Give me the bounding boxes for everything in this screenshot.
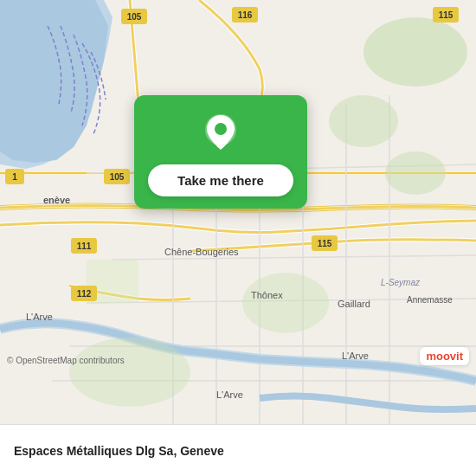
svg-point-5	[385, 151, 446, 195]
moovit-logo: moovit	[420, 347, 469, 365]
map-container: 105 105 116 115 115 111 112 1 enève Chên…	[0, 0, 476, 424]
svg-text:Chêne-Bougeries: Chêne-Bougeries	[164, 247, 239, 257]
svg-text:Annemasse: Annemasse	[407, 295, 453, 305]
svg-text:116: 116	[238, 10, 253, 20]
svg-text:105: 105	[127, 12, 142, 22]
location-pin-icon	[199, 111, 242, 154]
svg-text:1: 1	[12, 172, 17, 182]
svg-text:105: 105	[110, 172, 125, 182]
location-title: Espaces Métalliques Dlg Sa, Geneve	[14, 444, 462, 458]
svg-text:Gaillard: Gaillard	[338, 299, 370, 309]
svg-text:115: 115	[439, 10, 453, 20]
svg-text:L'Arve: L'Arve	[216, 389, 243, 400]
svg-point-35	[215, 123, 227, 135]
svg-text:L'Arve: L'Arve	[342, 351, 369, 361]
location-card: Take me there	[134, 95, 307, 209]
svg-point-3	[363, 17, 467, 87]
svg-point-4	[329, 95, 398, 147]
take-me-there-button[interactable]: Take me there	[148, 164, 293, 196]
svg-text:L'Arve: L'Arve	[26, 312, 53, 322]
svg-text:L-Seymaz: L-Seymaz	[381, 278, 421, 287]
svg-text:115: 115	[318, 239, 332, 248]
moovit-text: moovit	[426, 350, 463, 363]
svg-text:Thônex: Thônex	[251, 290, 283, 300]
svg-text:112: 112	[77, 289, 92, 299]
map-attribution: © OpenStreetMap contributors	[7, 356, 125, 365]
svg-text:111: 111	[77, 241, 92, 251]
bottom-bar: Espaces Métalliques Dlg Sa, Geneve	[0, 424, 476, 476]
svg-point-7	[242, 273, 329, 333]
svg-text:enève: enève	[43, 195, 70, 205]
svg-point-8	[69, 338, 190, 407]
